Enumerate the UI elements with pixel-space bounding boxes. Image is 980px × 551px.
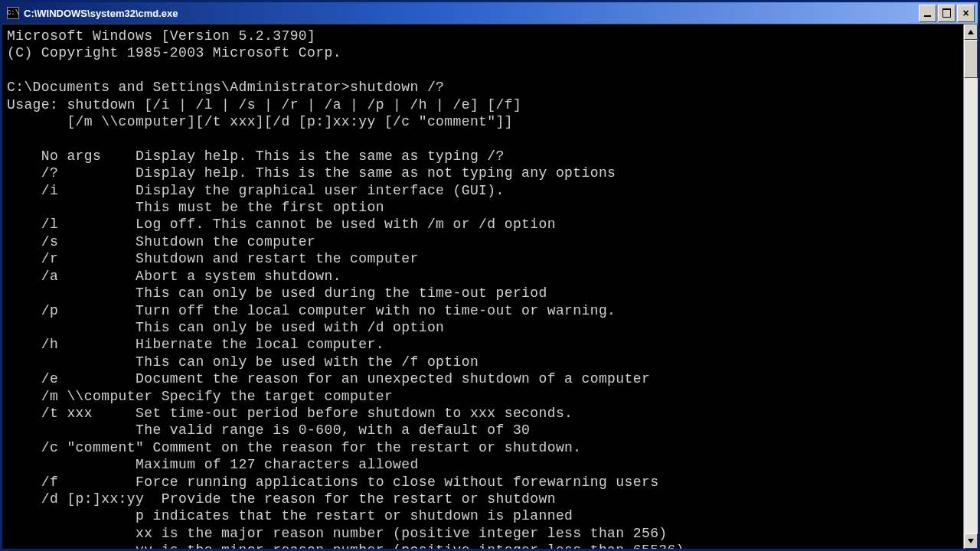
chevron-up-icon [968, 30, 974, 34]
command-prompt-window: C:\ C:\WINDOWS\system32\cmd.exe × Micros… [0, 0, 980, 551]
maximize-icon [942, 8, 951, 18]
scroll-up-button[interactable] [964, 24, 978, 40]
chevron-down-icon [968, 539, 974, 543]
maximize-button[interactable] [938, 5, 956, 22]
scrollbar-track[interactable] [964, 40, 978, 533]
window-controls: × [919, 5, 975, 22]
title-bar[interactable]: C:\ C:\WINDOWS\system32\cmd.exe × [2, 2, 978, 24]
minimize-button[interactable] [919, 5, 936, 22]
cmd-icon: C:\ [7, 7, 19, 19]
vertical-scrollbar[interactable] [963, 24, 978, 549]
console-output: Microsoft Windows [Version 5.2.3790] (C)… [7, 28, 960, 549]
minimize-icon [924, 15, 931, 17]
client-area: Microsoft Windows [Version 5.2.3790] (C)… [2, 24, 978, 549]
scroll-down-button[interactable] [964, 533, 978, 549]
console-viewport[interactable]: Microsoft Windows [Version 5.2.3790] (C)… [2, 24, 963, 549]
scrollbar-thumb[interactable] [964, 40, 978, 78]
close-button[interactable]: × [957, 5, 975, 22]
window-title: C:\WINDOWS\system32\cmd.exe [24, 8, 919, 19]
